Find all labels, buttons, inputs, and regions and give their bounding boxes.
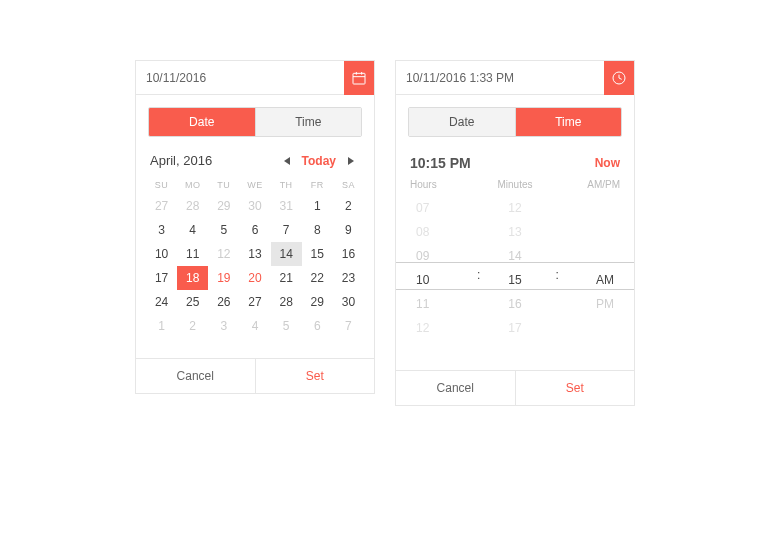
ampm-column[interactable]: AMPM (548, 196, 620, 358)
tab-date[interactable]: Date (149, 108, 256, 136)
calendar-weekdays: SUMOTUWETHFRSA (136, 170, 374, 194)
time-header: 10:15 PM Now (396, 149, 634, 179)
calendar-day[interactable]: 7 (333, 314, 364, 338)
date-picker-input[interactable]: 10/11/2016 (136, 71, 344, 85)
svg-rect-0 (353, 73, 365, 84)
calendar-day[interactable]: 8 (302, 218, 333, 242)
time-columns-header: Hours Minutes AM/PM (396, 179, 634, 196)
time-option[interactable]: 16 (508, 292, 521, 316)
calendar-day[interactable]: 23 (333, 266, 364, 290)
weekday-label: FR (302, 180, 333, 190)
calendar-day[interactable]: 11 (177, 242, 208, 266)
calendar-day[interactable]: 30 (333, 290, 364, 314)
time-option[interactable]: 08 (416, 220, 429, 244)
today-button[interactable]: Today (302, 154, 336, 168)
calendar-day[interactable]: 4 (177, 218, 208, 242)
cancel-button[interactable]: Cancel (396, 371, 516, 405)
time-picker-header: 10/11/2016 1:33 PM (396, 61, 634, 95)
calendar-day[interactable]: 31 (271, 194, 302, 218)
svg-line-6 (619, 78, 622, 79)
calendar-day[interactable]: 19 (208, 266, 239, 290)
calendar-day[interactable]: 21 (271, 266, 302, 290)
time-option[interactable]: 13 (508, 220, 521, 244)
calendar-day[interactable]: 3 (208, 314, 239, 338)
time-option[interactable]: 12 (508, 196, 521, 220)
time-option[interactable]: 09 (416, 244, 429, 268)
calendar-day[interactable]: 2 (333, 194, 364, 218)
calendar-day[interactable]: 6 (302, 314, 333, 338)
calendar-day[interactable]: 4 (239, 314, 270, 338)
set-button[interactable]: Set (516, 371, 635, 405)
calendar-day[interactable]: 16 (333, 242, 364, 266)
minutes-column[interactable]: 121314151617 (482, 196, 548, 358)
weekday-label: TH (271, 180, 302, 190)
time-picker: 10/11/2016 1:33 PM Date Time 10:15 PM No… (395, 60, 635, 406)
calendar-day[interactable]: 5 (271, 314, 302, 338)
time-option[interactable]: 17 (508, 316, 521, 340)
calendar-day[interactable]: 13 (239, 242, 270, 266)
next-month-arrow-icon[interactable] (348, 157, 354, 165)
calendar-day[interactable]: 9 (333, 218, 364, 242)
tab-time[interactable]: Time (516, 108, 622, 136)
calendar-day[interactable]: 20 (239, 266, 270, 290)
time-picker-input[interactable]: 10/11/2016 1:33 PM (396, 71, 604, 85)
calendar-day[interactable]: 10 (146, 242, 177, 266)
weekday-label: MO (177, 180, 208, 190)
time-option[interactable]: AM (596, 268, 614, 292)
calendar-day[interactable]: 14 (271, 242, 302, 266)
calendar-nav: April, 2016 Today (136, 149, 374, 170)
calendar-day[interactable]: 27 (239, 290, 270, 314)
calendar-day[interactable]: 15 (302, 242, 333, 266)
ampm-header: AM/PM (550, 179, 620, 190)
hours-header: Hours (410, 179, 480, 190)
calendar-day[interactable]: 26 (208, 290, 239, 314)
tab-date[interactable]: Date (409, 108, 516, 136)
time-option[interactable]: 10 (416, 268, 429, 292)
calendar-day[interactable]: 25 (177, 290, 208, 314)
calendar-day[interactable]: 6 (239, 218, 270, 242)
minutes-header: Minutes (480, 179, 550, 190)
tab-time[interactable]: Time (256, 108, 362, 136)
time-picker-footer: Cancel Set (396, 370, 634, 405)
calendar-day[interactable]: 2 (177, 314, 208, 338)
weekday-label: SU (146, 180, 177, 190)
time-option[interactable]: 15 (508, 268, 521, 292)
calendar-day[interactable]: 1 (302, 194, 333, 218)
calendar-day[interactable]: 3 (146, 218, 177, 242)
cancel-button[interactable]: Cancel (136, 359, 256, 393)
calendar-day[interactable]: 29 (302, 290, 333, 314)
calendar-day[interactable]: 30 (239, 194, 270, 218)
calendar-day[interactable]: 7 (271, 218, 302, 242)
calendar-day[interactable]: 28 (271, 290, 302, 314)
date-picker-header: 10/11/2016 (136, 61, 374, 95)
prev-month-arrow-icon[interactable] (284, 157, 290, 165)
calendar-icon (351, 70, 367, 86)
time-scroll[interactable]: : : 070809101112 121314151617 AMPM (396, 196, 634, 358)
calendar-day[interactable]: 22 (302, 266, 333, 290)
clock-icon-button[interactable] (604, 61, 634, 95)
time-option[interactable]: 14 (508, 244, 521, 268)
time-option[interactable]: 12 (416, 316, 429, 340)
date-picker-tabs: Date Time (148, 107, 362, 137)
now-button[interactable]: Now (595, 156, 620, 170)
calendar-day[interactable]: 12 (208, 242, 239, 266)
time-option[interactable]: PM (596, 292, 614, 316)
calendar-day[interactable]: 27 (146, 194, 177, 218)
clock-icon (611, 70, 627, 86)
calendar-day[interactable]: 29 (208, 194, 239, 218)
time-picker-tabs: Date Time (408, 107, 622, 137)
weekday-label: TU (208, 180, 239, 190)
calendar-day[interactable]: 1 (146, 314, 177, 338)
hours-column[interactable]: 070809101112 (410, 196, 482, 358)
calendar-day[interactable]: 24 (146, 290, 177, 314)
calendar-day[interactable]: 17 (146, 266, 177, 290)
time-option[interactable]: 07 (416, 196, 429, 220)
calendar-day[interactable]: 5 (208, 218, 239, 242)
calendar-day[interactable]: 18 (177, 266, 208, 290)
calendar-day[interactable]: 28 (177, 194, 208, 218)
set-button[interactable]: Set (256, 359, 375, 393)
time-option[interactable]: 11 (416, 292, 429, 316)
weekday-label: WE (239, 180, 270, 190)
calendar-body: April, 2016 Today SUMOTUWETHFRSA 2728293… (136, 149, 374, 346)
calendar-icon-button[interactable] (344, 61, 374, 95)
